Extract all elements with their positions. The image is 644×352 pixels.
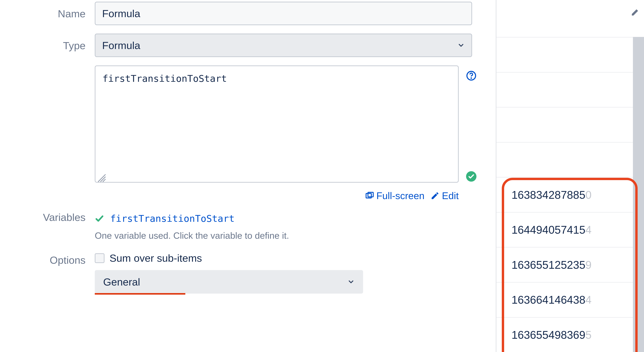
fullscreen-label: Full-screen xyxy=(376,190,424,201)
fullscreen-icon xyxy=(365,191,374,200)
result-value: 163655498369 xyxy=(512,328,585,341)
empty-cell xyxy=(496,72,633,107)
result-value-overflow: 4 xyxy=(585,293,592,306)
column-edit-icon[interactable] xyxy=(630,7,641,17)
chevron-down-icon xyxy=(457,42,465,49)
result-value: 163834287885 xyxy=(512,188,585,201)
variables-help-text: One variable used. Click the variable to… xyxy=(95,230,481,241)
result-value-overflow: 4 xyxy=(585,223,592,236)
type-select[interactable]: Formula xyxy=(95,34,472,57)
variables-label: Variables xyxy=(0,210,95,223)
result-cell[interactable]: 1636641464384 xyxy=(496,282,633,317)
result-cell[interactable]: 1636554983695 xyxy=(496,317,633,352)
result-cell[interactable]: 1636551252359 xyxy=(496,247,633,282)
sum-over-subitems-label: Sum over sub-items xyxy=(110,252,202,264)
result-value-overflow: 9 xyxy=(585,258,592,271)
chevron-down-icon xyxy=(347,278,355,285)
name-input[interactable] xyxy=(95,2,472,25)
variable-ok-check-icon xyxy=(95,214,104,223)
empty-cell xyxy=(496,107,633,142)
resize-handle-icon[interactable] xyxy=(97,173,106,183)
result-value-overflow: 5 xyxy=(585,328,592,341)
scrollbar[interactable] xyxy=(633,37,644,352)
result-value: 163655125235 xyxy=(512,258,585,271)
active-indicator xyxy=(95,293,185,295)
svg-line-2 xyxy=(103,179,105,182)
type-label: Type xyxy=(0,34,95,52)
valid-check-icon xyxy=(466,171,476,182)
empty-cell xyxy=(496,37,633,72)
result-value: 164494057415 xyxy=(512,223,585,236)
svg-line-1 xyxy=(100,177,105,182)
format-select-value: General xyxy=(103,276,140,288)
result-value: 163664146438 xyxy=(512,293,585,306)
formula-editor[interactable] xyxy=(95,66,459,183)
type-select-value: Formula xyxy=(102,40,140,51)
results-column: 1638342878850 1644940574154 163655125235… xyxy=(496,0,644,352)
options-label: Options xyxy=(0,249,95,266)
svg-point-4 xyxy=(471,78,472,78)
fullscreen-link[interactable]: Full-screen xyxy=(365,190,424,201)
name-label: Name xyxy=(0,2,95,20)
edit-label: Edit xyxy=(442,190,459,201)
result-cell[interactable]: 1638342878850 xyxy=(496,177,633,212)
config-panel: Name Type Formula xyxy=(0,0,496,352)
result-value-overflow: 0 xyxy=(585,188,592,201)
variable-token[interactable]: firstTransitionToStart xyxy=(110,213,234,224)
pencil-icon xyxy=(430,191,440,200)
empty-cell xyxy=(496,142,633,177)
help-icon[interactable] xyxy=(466,71,476,81)
sum-over-subitems-checkbox[interactable] xyxy=(95,253,104,263)
edit-link[interactable]: Edit xyxy=(430,190,459,201)
result-cell[interactable]: 1644940574154 xyxy=(496,212,633,247)
format-select[interactable]: General xyxy=(95,270,363,294)
